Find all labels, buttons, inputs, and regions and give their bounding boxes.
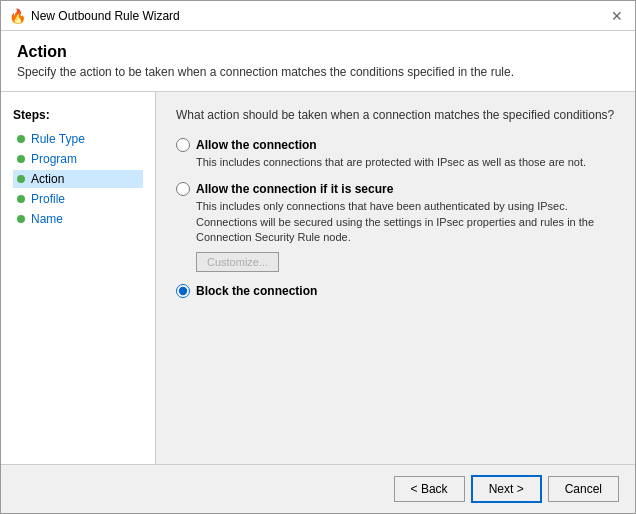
- sidebar: Steps: Rule Type Program Action Profile …: [1, 92, 156, 464]
- option-allow: Allow the connection This includes conne…: [176, 138, 615, 170]
- question-text: What action should be taken when a conne…: [176, 108, 615, 122]
- step-dot: [17, 155, 25, 163]
- step-dot: [17, 135, 25, 143]
- title-bar-left: 🔥 New Outbound Rule Wizard: [9, 8, 180, 24]
- sidebar-item-label: Program: [31, 152, 77, 166]
- radio-row-block: Block the connection: [176, 284, 615, 298]
- wizard-window: 🔥 New Outbound Rule Wizard ✕ Action Spec…: [0, 0, 636, 514]
- next-button[interactable]: Next >: [471, 475, 542, 503]
- main-panel: What action should be taken when a conne…: [156, 92, 635, 464]
- sidebar-item-profile[interactable]: Profile: [13, 190, 143, 208]
- radio-row-allow: Allow the connection: [176, 138, 615, 152]
- radio-allow-secure-description: This includes only connections that have…: [196, 199, 615, 245]
- radio-allow-label[interactable]: Allow the connection: [196, 138, 317, 152]
- sidebar-item-name[interactable]: Name: [13, 210, 143, 228]
- window-title: New Outbound Rule Wizard: [31, 9, 180, 23]
- step-dot: [17, 175, 25, 183]
- sidebar-item-label: Name: [31, 212, 63, 226]
- sidebar-steps-label: Steps:: [13, 108, 143, 122]
- option-block: Block the connection: [176, 284, 615, 301]
- step-dot: [17, 195, 25, 203]
- content-area: Steps: Rule Type Program Action Profile …: [1, 92, 635, 464]
- customize-button[interactable]: Customize...: [196, 252, 279, 272]
- sidebar-item-label: Action: [31, 172, 64, 186]
- sidebar-item-label: Profile: [31, 192, 65, 206]
- radio-allow-description: This includes connections that are prote…: [196, 155, 615, 170]
- radio-allow-secure-label[interactable]: Allow the connection if it is secure: [196, 182, 393, 196]
- radio-block[interactable]: [176, 284, 190, 298]
- footer: < Back Next > Cancel: [1, 464, 635, 513]
- title-bar: 🔥 New Outbound Rule Wizard ✕: [1, 1, 635, 31]
- window-icon: 🔥: [9, 8, 25, 24]
- radio-block-label[interactable]: Block the connection: [196, 284, 317, 298]
- back-button[interactable]: < Back: [394, 476, 465, 502]
- step-dot: [17, 215, 25, 223]
- radio-allow-secure[interactable]: [176, 182, 190, 196]
- option-allow-secure: Allow the connection if it is secure Thi…: [176, 182, 615, 271]
- header-section: Action Specify the action to be taken wh…: [1, 31, 635, 92]
- radio-allow[interactable]: [176, 138, 190, 152]
- page-title: Action: [17, 43, 619, 61]
- page-subtitle: Specify the action to be taken when a co…: [17, 65, 619, 79]
- radio-row-allow-secure: Allow the connection if it is secure: [176, 182, 615, 196]
- sidebar-item-label: Rule Type: [31, 132, 85, 146]
- sidebar-item-action[interactable]: Action: [13, 170, 143, 188]
- close-button[interactable]: ✕: [607, 6, 627, 26]
- sidebar-item-rule-type[interactable]: Rule Type: [13, 130, 143, 148]
- sidebar-item-program[interactable]: Program: [13, 150, 143, 168]
- cancel-button[interactable]: Cancel: [548, 476, 619, 502]
